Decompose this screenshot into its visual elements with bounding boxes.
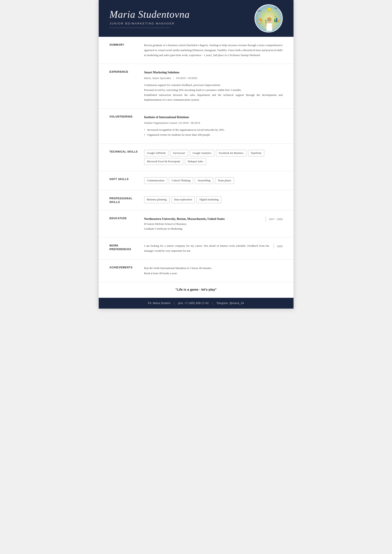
achievement-2: Read at least 40 books a year.	[144, 272, 177, 275]
svg-rect-13	[266, 23, 272, 31]
skill-tag-communication: Communication	[144, 177, 167, 184]
work-preferences-content: I am looking for a starter company for m…	[144, 243, 283, 253]
svg-point-12	[267, 17, 272, 21]
exp-desc: Continuous support for customer feedback…	[144, 83, 283, 102]
svg-rect-10	[269, 11, 270, 12]
exp-role-title: Intern, Junior Specialist	[144, 76, 171, 80]
professional-skills-section: PROFESSIONALSKILLS Business planning Dat…	[99, 190, 294, 210]
skill-tag-data-exploration: Data exploration	[171, 196, 195, 203]
summary-section: SUMMARY Recent graduate of a business sc…	[99, 37, 294, 64]
svg-text:TEAM: TEAM	[274, 7, 280, 9]
svg-point-9	[267, 7, 271, 11]
vol-role: Student Organization Curator | 01/2018 -…	[144, 121, 283, 125]
vol-bullet-1: Increased recognition of the organizatio…	[144, 127, 283, 132]
edu-university: Northeastern University, Boston, Massach…	[144, 216, 261, 222]
technical-skills-label: TECHNICAL SKILLS	[110, 150, 144, 153]
education-row: Northeastern University, Boston, Massach…	[144, 216, 283, 231]
photo-placeholder: iDEA TEAM $ |||	[255, 5, 282, 32]
skill-tag-surveyxact: Surveyxact	[170, 150, 188, 156]
professional-skills-content: Business planning Data exploration Digit…	[144, 196, 283, 203]
vol-period: 01/2018 - 06/2019	[179, 121, 200, 125]
soft-skills-section: SOFT SKILLS Communication Critical Think…	[99, 171, 294, 190]
resume-content: SUMMARY Recent graduate of a business sc…	[99, 37, 294, 298]
vol-list: Increased recognition of the organizatio…	[144, 127, 283, 138]
edu-degree: Graduate Certificate in Marketing	[144, 227, 182, 230]
photo-background-svg: iDEA TEAM $ |||	[255, 5, 283, 33]
achievements-text: Run the Sixth International Marathon in …	[144, 265, 283, 276]
svg-text:iDEA: iDEA	[257, 10, 262, 12]
skill-tag-analytics: Google Analytics	[190, 150, 214, 156]
experience-content: Smart Marketing Solutions Intern, Junior…	[144, 70, 283, 102]
work-preferences-section: WORKPREFERENCES I am looking for a start…	[99, 237, 294, 260]
education-label: EDUCATION	[110, 216, 144, 220]
skill-tag-typeform: Typeform	[248, 150, 264, 156]
quote-text: "Life is a game - let's play"	[110, 288, 283, 291]
exp-divider: |	[173, 76, 174, 80]
footer-sep-1: |	[174, 302, 175, 305]
technical-skills-content: Google AdWords Surveyxact Google Analyti…	[144, 150, 283, 165]
achievement-1: Run the Sixth International Marathon in …	[144, 266, 212, 270]
volunteering-content: Institute of International Relations Stu…	[144, 115, 283, 137]
work-pref-row: I am looking for a starter company for m…	[144, 243, 283, 253]
skill-tag-digital-marketing: Digital marketing	[196, 196, 221, 203]
achievements-content: Run the Sixth International Marathon in …	[144, 265, 283, 276]
quote-section: "Life is a game - let's play"	[99, 282, 294, 298]
edu-school: D'Amore-McKim School of Business Graduat…	[144, 222, 261, 231]
skill-tag-critical-thinking: Critical Thinking	[169, 177, 193, 184]
svg-text:$: $	[256, 15, 258, 17]
exp-period: 01/2019 - 03/2020	[176, 76, 197, 80]
summary-label: SUMMARY	[110, 43, 144, 46]
experience-label: EXPERIENCE	[110, 70, 144, 73]
experience-section: EXPERIENCE Smart Marketing Solutions Int…	[99, 64, 294, 109]
summary-content: Recent graduate of a business school (ba…	[144, 43, 283, 58]
svg-point-15	[270, 20, 270, 21]
education-section: EDUCATION Northeastern University, Bosto…	[99, 210, 294, 237]
soft-skills-content: Communication Critical Thinking Storytel…	[144, 177, 283, 184]
vol-bullet-2: Organized events for students for more t…	[144, 132, 283, 138]
skill-tag-business-planning: Business planning	[144, 196, 169, 203]
svg-rect-8	[278, 20, 279, 22]
soft-skills-label: SOFT SKILLS	[110, 177, 144, 181]
technical-skills-tags: Google AdWords Surveyxact Google Analyti…	[144, 150, 283, 165]
edu-main: Northeastern University, Boston, Massach…	[144, 216, 261, 231]
svg-rect-7	[276, 18, 277, 22]
edu-years: 2017 - 2020	[266, 216, 283, 222]
svg-text:|||: |||	[275, 15, 276, 17]
footer-telegram: Telegram: @maria_04	[216, 302, 244, 305]
work-pref-year: 2020	[273, 243, 283, 249]
professional-skills-tags: Business planning Data exploration Digit…	[144, 196, 283, 203]
volunteering-section: VOLUNTEERING Institute of International …	[99, 109, 294, 144]
work-preferences-label: WORKPREFERENCES	[110, 243, 144, 251]
exp-role: Intern, Junior Specialist | 01/2019 - 03…	[144, 76, 283, 81]
exp-desc-1: Continuous support for customer feedback…	[144, 83, 221, 87]
skill-tag-adwords: Google AdWords	[144, 150, 169, 156]
header: Maria Studentovna JUNIOR BD/MARKETING MA…	[99, 0, 294, 37]
vol-company: Institute of International Relations	[144, 115, 283, 120]
exp-desc-2: Personal record by converting 50% incomi…	[144, 88, 242, 91]
skill-tag-storytelling: Storytelling	[195, 177, 213, 184]
achievements-section: ACHIEVEMENTS Run the Sixth International…	[99, 259, 294, 282]
vol-role-title: Student Organization Curator	[144, 121, 177, 125]
resume-page: Maria Studentovna JUNIOR BD/MARKETING MA…	[99, 0, 294, 309]
achievements-label: ACHIEVEMENTS	[110, 265, 144, 269]
skill-tag-excel: Microsoft Excel & Powerpoint	[144, 158, 183, 165]
professional-skills-label: PROFESSIONALSKILLS	[110, 196, 144, 204]
exp-desc-3: Established interaction between the sale…	[144, 93, 283, 102]
exp-company: Smart Marketing Solutions	[144, 70, 283, 75]
candidate-photo: iDEA TEAM $ |||	[255, 4, 283, 33]
skill-tag-team-player: Team player	[215, 177, 234, 184]
summary-text: Recent graduate of a business school (ba…	[144, 43, 283, 58]
work-pref-text: I am looking for a starter company for m…	[144, 243, 269, 253]
soft-skills-tags: Communication Critical Thinking Storytel…	[144, 177, 283, 184]
svg-rect-6	[274, 19, 276, 22]
technical-skills-section: TECHNICAL SKILLS Google AdWords Surveyxa…	[99, 144, 294, 171]
footer-phone: phn: +7 (495) 606-17-62	[178, 302, 209, 305]
volunteering-label: VOLUNTEERING	[110, 115, 144, 118]
skill-tag-hubspot: Hubspot Sales	[185, 158, 206, 165]
education-content: Northeastern University, Boston, Massach…	[144, 216, 283, 231]
footer: Fb: Maria Student | phn: +7 (495) 606-17…	[99, 298, 294, 309]
svg-point-14	[268, 20, 269, 21]
header-divider	[110, 28, 170, 28]
skill-tag-facebook: Facebook for Business	[216, 150, 246, 156]
edu-school-name: D'Amore-McKim School of Business	[144, 222, 187, 226]
